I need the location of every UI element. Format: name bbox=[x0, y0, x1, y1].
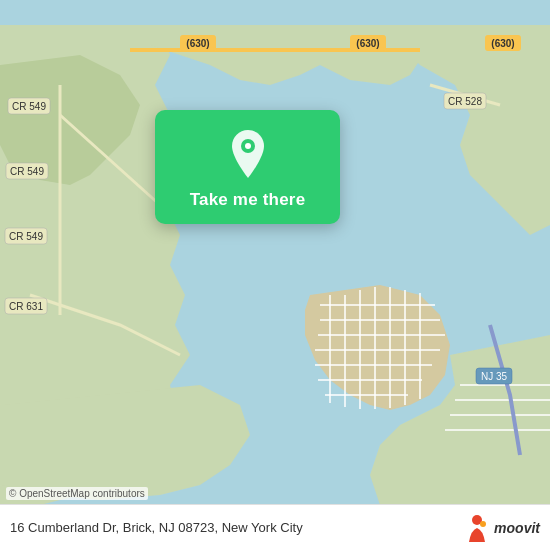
take-me-there-label: Take me there bbox=[190, 190, 306, 210]
svg-text:(630): (630) bbox=[356, 38, 379, 49]
svg-text:CR 549: CR 549 bbox=[9, 231, 43, 242]
svg-text:NJ 35: NJ 35 bbox=[481, 371, 508, 382]
svg-text:CR 549: CR 549 bbox=[12, 101, 46, 112]
moovit-logo-icon bbox=[463, 514, 491, 542]
svg-text:(630): (630) bbox=[186, 38, 209, 49]
svg-point-38 bbox=[245, 143, 251, 149]
moovit-logo: moovit bbox=[463, 514, 540, 542]
svg-point-40 bbox=[480, 521, 486, 527]
location-pin-icon bbox=[226, 128, 270, 180]
svg-text:(630): (630) bbox=[491, 38, 514, 49]
moovit-text: moovit bbox=[494, 520, 540, 536]
map-container: (630) (630) (630) CR 549 CR 549 CR 549 C… bbox=[0, 0, 550, 550]
address-text: 16 Cumberland Dr, Brick, NJ 08723, New Y… bbox=[10, 520, 303, 535]
openstreetmap-credit: © OpenStreetMap contributors bbox=[6, 487, 148, 500]
svg-text:CR 631: CR 631 bbox=[9, 301, 43, 312]
take-me-there-card[interactable]: Take me there bbox=[155, 110, 340, 224]
svg-text:CR 549: CR 549 bbox=[10, 166, 44, 177]
svg-text:CR 528: CR 528 bbox=[448, 96, 482, 107]
bottom-bar: 16 Cumberland Dr, Brick, NJ 08723, New Y… bbox=[0, 504, 550, 550]
map-background: (630) (630) (630) CR 549 CR 549 CR 549 C… bbox=[0, 0, 550, 550]
